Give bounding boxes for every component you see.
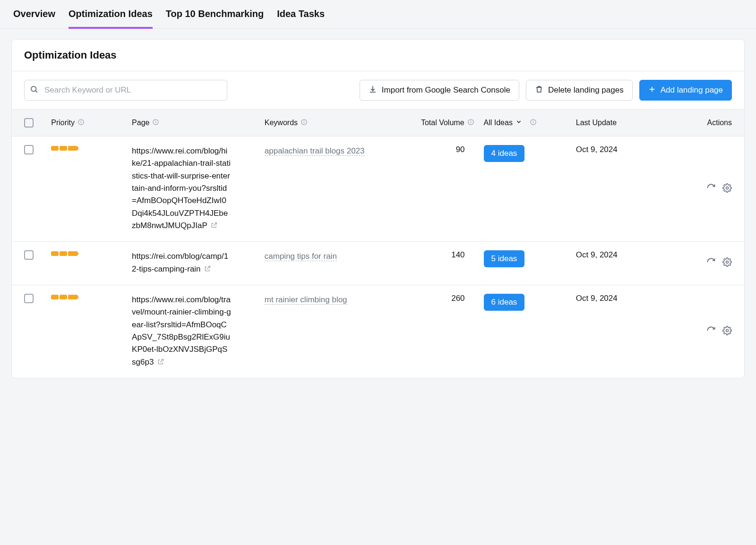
external-link-icon[interactable] bbox=[210, 221, 218, 233]
priority-indicator bbox=[51, 251, 122, 256]
select-all-checkbox[interactable] bbox=[24, 118, 34, 128]
gear-icon[interactable] bbox=[722, 326, 732, 338]
col-page-label: Page bbox=[132, 119, 149, 127]
import-label: Import from Google Search Console bbox=[382, 85, 510, 95]
info-icon[interactable] bbox=[301, 119, 308, 128]
row-checkbox[interactable] bbox=[24, 145, 34, 154]
col-volume-label: Total Volume bbox=[421, 119, 464, 127]
ideas-badge[interactable]: 6 ideas bbox=[484, 294, 525, 311]
table-row: https://www.rei.com/blog/travel/mount-ra… bbox=[12, 285, 744, 378]
chevron-down-icon[interactable] bbox=[515, 119, 522, 127]
col-update-label: Last Update bbox=[576, 119, 617, 127]
total-volume: 90 bbox=[456, 145, 465, 154]
delete-label: Delete landing pages bbox=[548, 85, 624, 95]
tab-top10-benchmarking[interactable]: Top 10 Benchmarking bbox=[166, 9, 264, 29]
keyword-link[interactable]: appalachian trail blogs 2023 bbox=[265, 146, 365, 156]
last-update: Oct 9, 2024 bbox=[576, 250, 618, 259]
tab-idea-tasks[interactable]: Idea Tasks bbox=[277, 9, 325, 29]
last-update: Oct 9, 2024 bbox=[576, 294, 618, 303]
info-icon[interactable] bbox=[152, 119, 159, 128]
info-icon[interactable] bbox=[77, 119, 85, 128]
gear-icon[interactable] bbox=[722, 183, 732, 195]
svg-line-1 bbox=[35, 91, 37, 92]
page-url[interactable]: https://www.rei.com/blog/hike/21-appalac… bbox=[132, 145, 231, 233]
table-row: https://www.rei.com/blog/hike/21-appalac… bbox=[12, 136, 744, 242]
table-row: https://rei.com/blog/camp/12-tips-campin… bbox=[12, 242, 744, 285]
search-input[interactable] bbox=[24, 80, 227, 101]
delete-pages-button[interactable]: Delete landing pages bbox=[526, 80, 633, 101]
panel-title: Optimization Ideas bbox=[12, 40, 744, 71]
priority-indicator bbox=[51, 295, 122, 299]
svg-point-7 bbox=[304, 120, 304, 121]
tab-bar: Overview Optimization Ideas Top 10 Bench… bbox=[0, 0, 756, 29]
svg-point-11 bbox=[533, 120, 534, 121]
plus-icon bbox=[648, 85, 656, 95]
total-volume: 260 bbox=[451, 294, 464, 303]
info-icon[interactable] bbox=[467, 119, 474, 128]
trash-icon bbox=[535, 85, 543, 96]
tab-optimization-ideas[interactable]: Optimization Ideas bbox=[69, 9, 153, 29]
page-url[interactable]: https://www.rei.com/blog/travel/mount-ra… bbox=[132, 294, 231, 369]
svg-point-9 bbox=[471, 120, 471, 121]
col-keywords-label: Keywords bbox=[265, 119, 298, 127]
priority-indicator bbox=[51, 146, 122, 151]
svg-point-3 bbox=[81, 120, 81, 121]
refresh-icon[interactable] bbox=[706, 326, 716, 338]
svg-point-13 bbox=[726, 261, 729, 264]
col-actions-label: Actions bbox=[707, 119, 732, 127]
total-volume: 140 bbox=[451, 250, 464, 259]
refresh-icon[interactable] bbox=[706, 183, 716, 195]
external-link-icon[interactable] bbox=[204, 264, 211, 276]
row-checkbox[interactable] bbox=[24, 294, 34, 303]
import-gsc-button[interactable]: Import from Google Search Console bbox=[360, 80, 519, 101]
search-icon bbox=[30, 85, 38, 95]
optimization-panel: Optimization Ideas Import from Google Se… bbox=[11, 39, 745, 378]
svg-point-5 bbox=[156, 120, 156, 121]
add-landing-page-button[interactable]: Add landing page bbox=[639, 80, 732, 101]
keyword-link[interactable]: mt rainier climbing blog bbox=[265, 295, 347, 305]
gear-icon[interactable] bbox=[722, 257, 732, 269]
keyword-link[interactable]: camping tips for rain bbox=[265, 252, 337, 261]
page-url[interactable]: https://rei.com/blog/camp/12-tips-campin… bbox=[132, 250, 231, 276]
last-update: Oct 9, 2024 bbox=[576, 145, 618, 154]
col-ideas-label[interactable]: All Ideas bbox=[484, 119, 513, 127]
external-link-icon[interactable] bbox=[157, 357, 164, 369]
add-label: Add landing page bbox=[661, 85, 723, 95]
download-icon bbox=[369, 85, 377, 96]
info-icon[interactable] bbox=[530, 119, 537, 128]
row-checkbox[interactable] bbox=[24, 250, 34, 260]
col-priority-label: Priority bbox=[51, 119, 75, 127]
tab-overview[interactable]: Overview bbox=[13, 9, 55, 29]
svg-point-14 bbox=[726, 329, 729, 332]
toolbar: Import from Google Search Console Delete… bbox=[12, 71, 744, 109]
refresh-icon[interactable] bbox=[706, 257, 716, 269]
ideas-badge[interactable]: 5 ideas bbox=[484, 250, 525, 267]
ideas-badge[interactable]: 4 ideas bbox=[484, 145, 525, 162]
ideas-table: Priority Page Keywords bbox=[12, 109, 744, 378]
svg-point-0 bbox=[31, 86, 36, 92]
svg-point-12 bbox=[726, 187, 729, 189]
